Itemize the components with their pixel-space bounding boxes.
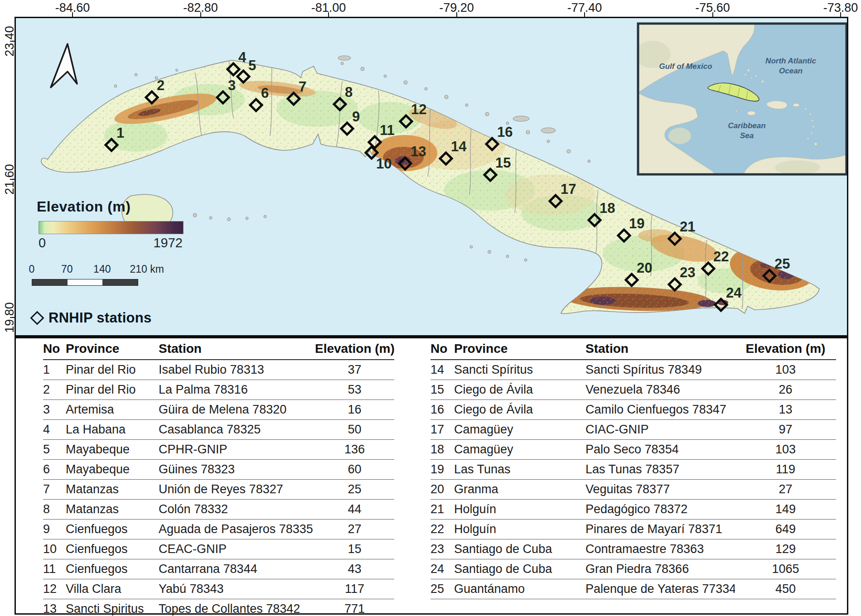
station-number-4: 4 — [238, 49, 247, 65]
cell-province: Cienfuegos — [66, 562, 159, 576]
inset-label-caribbean-2: Sea — [740, 131, 754, 140]
cell-station: La Palma 78316 — [159, 383, 315, 397]
table-row: 16Ciego de ÁvilaCamilo Cienfuegos 783471… — [430, 400, 836, 420]
station-number-10: 10 — [376, 156, 392, 172]
cell-station: CEAC-GNIP — [159, 542, 315, 556]
station-number-6: 6 — [261, 85, 269, 101]
cell-no: 10 — [43, 542, 66, 556]
station-number-2: 2 — [157, 77, 164, 93]
cell-province: Holguín — [454, 502, 585, 516]
cell-elevation: 13 — [735, 403, 836, 417]
table-row: 6MayabequeGüines 7832360 — [43, 460, 394, 480]
elevation-gradient-bar — [39, 221, 184, 234]
cell-elevation: 136 — [315, 443, 394, 457]
cell-elevation: 44 — [315, 502, 394, 516]
north-arrow-icon — [51, 44, 77, 87]
table-row: 15Ciego de ÁvilaVenezuela 7834626 — [430, 380, 836, 400]
cell-station: Las Tunas 78357 — [585, 462, 735, 476]
header-elevation: Elevation (m) — [315, 342, 394, 356]
table-row: 11CienfuegosCantarrana 7834443 — [43, 559, 394, 579]
stations-table-right: No Province Station Elevation (m) 14Sanc… — [430, 338, 836, 599]
cell-province: Mayabeque — [66, 462, 159, 476]
cell-province: Villa Clara — [66, 582, 159, 596]
scalebar-tick-label: 0 — [29, 263, 35, 275]
table-row: 22HolguínPinares de Mayarí 78371649 — [430, 520, 836, 539]
cell-province: Camagüey — [454, 423, 585, 437]
cell-province: Cienfuegos — [66, 542, 159, 556]
inset-label-atlantic-1: North Atlantic — [765, 57, 816, 65]
map-panel: Gulf of Mexico North Atlantic Ocean Cari… — [16, 18, 847, 338]
scalebar-tick-label: 70 — [61, 263, 73, 275]
cell-no: 20 — [430, 482, 454, 496]
cell-station: Isabel Rubio 78313 — [159, 363, 315, 377]
cell-station: Sancti Spíritus 78349 — [585, 363, 735, 377]
cell-station: CPHR-GNIP — [159, 443, 315, 457]
figure: -84.60-82.80-81.00-79.20-77.40-75.60-73.… — [0, 0, 861, 616]
station-number-25: 25 — [774, 256, 790, 272]
diamond-marker-icon — [30, 311, 44, 325]
inset-map: Gulf of Mexico North Atlantic Ocean Cari… — [634, 24, 846, 175]
station-number-18: 18 — [600, 200, 615, 216]
station-number-5: 5 — [248, 58, 256, 73]
cell-province: Holguín — [454, 522, 585, 536]
cell-province: Pinar del Rio — [66, 383, 159, 397]
table-header: No Province Station Elevation (m) — [430, 338, 836, 360]
station-number-11: 11 — [380, 122, 395, 138]
scalebar-labels: 070140210 km — [32, 263, 137, 275]
header-no: No — [43, 342, 66, 356]
cell-no: 8 — [43, 502, 66, 516]
scalebar-tick-label: 140 — [93, 263, 111, 275]
stations-table-area: No Province Station Elevation (m) 1Pinar… — [16, 338, 847, 613]
cell-no: 18 — [430, 443, 454, 457]
cell-station: Cantarrana 78344 — [159, 562, 315, 576]
table-row: 20GranmaVeguitas 7837727 — [430, 480, 836, 500]
cell-no: 6 — [43, 462, 66, 476]
cuba-map: Gulf of Mexico North Atlantic Ocean Cari… — [16, 18, 847, 335]
cell-no: 4 — [43, 423, 66, 437]
inset-label-atlantic-2: Ocean — [779, 67, 803, 75]
table-row: 8MatanzasColón 7833244 — [43, 500, 394, 520]
table-row: 23Santiago de CubaContramaestre 78363129 — [430, 539, 836, 559]
table-row: 13Sancti SpiritusTopes de Collantes 7834… — [43, 599, 394, 616]
scalebar-segment — [68, 279, 103, 285]
cell-elevation: 117 — [315, 582, 394, 596]
cell-elevation: 149 — [735, 502, 836, 516]
scalebar — [32, 279, 138, 286]
cell-station: Contramaestre 78363 — [585, 542, 735, 556]
table-row: 14Sancti SpíritusSancti Spíritus 7834910… — [430, 360, 836, 380]
header-station: Station — [159, 342, 315, 356]
cell-elevation: 16 — [315, 403, 394, 417]
cell-station: Topes de Collantes 78342 — [159, 602, 315, 616]
figure-frame: Gulf of Mexico North Atlantic Ocean Cari… — [15, 17, 848, 615]
cell-station: Camilo Cienfuegos 78347 — [585, 403, 735, 417]
station-number-20: 20 — [637, 260, 652, 276]
station-number-17: 17 — [561, 181, 576, 197]
elevation-minmax: 0 1972 — [39, 236, 183, 250]
cell-elevation: 53 — [315, 383, 394, 397]
station-number-8: 8 — [345, 84, 353, 100]
cell-station: Pinares de Mayarí 78371 — [585, 522, 735, 536]
cell-elevation: 27 — [315, 522, 394, 536]
cell-no: 14 — [430, 363, 454, 377]
table-row: 19Las TunasLas Tunas 78357119 — [430, 460, 836, 480]
cell-province: Sancti Spíritus — [454, 363, 585, 377]
cell-station: Unión de Reyes 78327 — [159, 482, 315, 496]
cell-no: 7 — [43, 482, 66, 496]
cell-province: Las Tunas — [454, 462, 585, 476]
cell-elevation: 450 — [735, 582, 836, 596]
station-number-21: 21 — [680, 219, 695, 235]
cell-province: Sancti Spiritus — [66, 602, 159, 616]
cell-no: 1 — [43, 363, 66, 377]
stations-legend: RNHIP stations — [32, 310, 152, 326]
cell-no: 21 — [430, 502, 454, 516]
cell-elevation: 43 — [315, 562, 394, 576]
cell-no: 3 — [43, 403, 66, 417]
table-row: 21HolguínPedagógico 78372149 — [430, 500, 836, 520]
table-row: 24Santiago de CubaGran Piedra 783661065 — [430, 559, 836, 579]
cell-elevation: 26 — [735, 383, 836, 397]
cell-no: 15 — [430, 383, 454, 397]
cell-station: Palo Seco 78354 — [585, 443, 735, 457]
cell-elevation: 649 — [735, 522, 836, 536]
table-row: 3ArtemisaGüira de Melena 7832016 — [43, 400, 394, 420]
cell-province: Matanzas — [66, 502, 159, 516]
